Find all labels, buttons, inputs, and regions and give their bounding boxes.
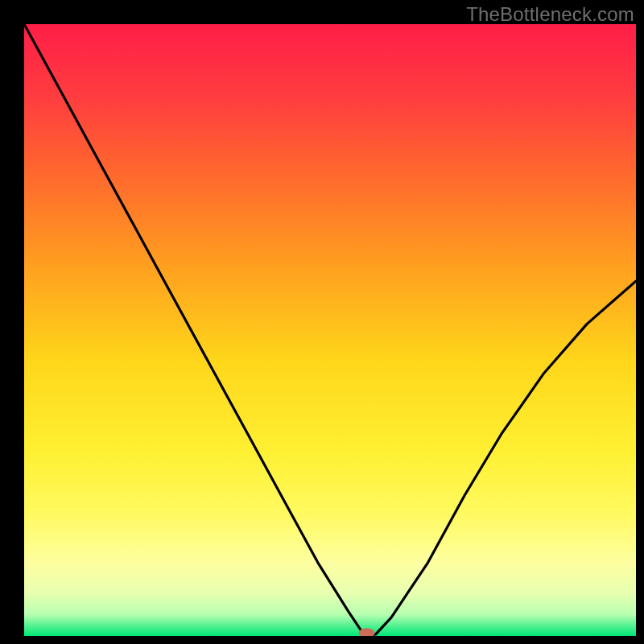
watermark-text: TheBottleneck.com <box>466 3 634 26</box>
chart-frame: TheBottleneck.com <box>0 0 644 644</box>
plot-area <box>24 24 636 636</box>
gradient-background <box>24 24 636 636</box>
plot-svg <box>24 24 636 636</box>
